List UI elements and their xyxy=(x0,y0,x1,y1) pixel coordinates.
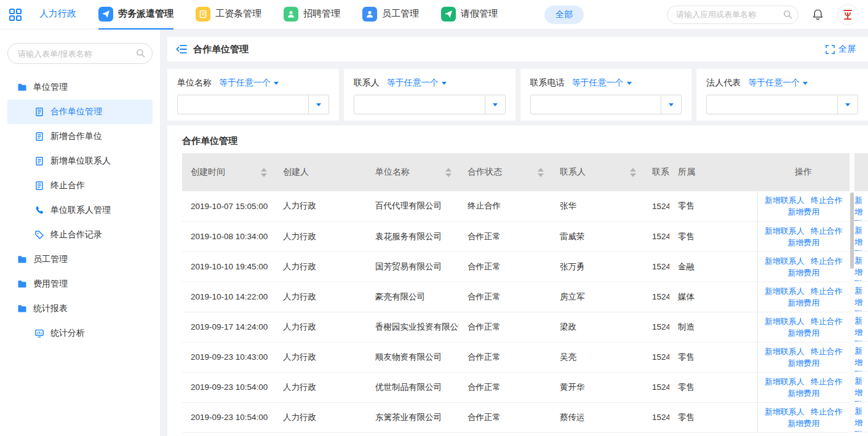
action-add-contact[interactable]: 新增联系人 xyxy=(765,376,805,387)
action-add-fee[interactable]: 新增费用 xyxy=(787,327,819,339)
sidebar: 单位管理 合作单位管理 xyxy=(0,30,160,436)
menu-fold-icon[interactable] xyxy=(176,44,187,54)
action-add-fee[interactable]: 新增费用 xyxy=(787,387,819,399)
cell-company: 袁花服务有限公司 xyxy=(367,221,459,252)
action-end-coop[interactable]: 终止合作 xyxy=(811,315,843,327)
nav-item[interactable]: 员工管理 xyxy=(362,0,419,30)
cell-created: 2019-09-23 10:54:00 xyxy=(182,372,274,402)
sidebar-menu-item[interactable]: 员工管理 xyxy=(7,247,153,272)
fullscreen-icon xyxy=(826,45,835,54)
select-value xyxy=(707,95,837,114)
action-add-fee[interactable]: 新增费用 xyxy=(787,237,819,248)
action-end-coop[interactable]: 终止合作 xyxy=(811,255,843,267)
action-end-coop[interactable]: 终止合作 xyxy=(811,376,843,387)
select-dropdown-button[interactable] xyxy=(308,95,328,114)
sidebar-menu-item[interactable]: 合作单位管理 xyxy=(7,100,153,124)
sidebar-menu-item-label: 统计分析 xyxy=(50,328,85,339)
sidebar-menu-item[interactable]: 费用管理 xyxy=(7,272,153,296)
clipped-actions-cell: 新增联系人 终止合作 新增费用 xyxy=(854,312,868,342)
action-end-coop[interactable]: 终止合作 xyxy=(811,406,843,418)
cell-contact: 张华 xyxy=(551,191,643,221)
sidebar-menu-item[interactable]: 新增合作单位 xyxy=(7,124,153,149)
column-header[interactable]: 单位名称 xyxy=(367,153,459,191)
cell-phone: 15245671044 xyxy=(643,342,669,372)
action-add-fee[interactable]: 新增费用 xyxy=(787,206,819,218)
action-end-coop[interactable]: 终止合作 xyxy=(811,194,843,206)
action-add-contact[interactable]: 新增联系人 xyxy=(765,255,805,267)
action-add-contact[interactable]: 新增联系人 xyxy=(765,406,805,418)
column-header[interactable]: 联系电话 xyxy=(643,153,669,191)
cell-company: 豪亮有限公司 xyxy=(367,282,459,312)
filter-operator-dropdown[interactable]: 等于任意一个 xyxy=(572,77,632,89)
cell-creator: 人力行政 xyxy=(274,342,367,372)
action-add-contact[interactable]: 新增联系人 xyxy=(765,315,805,327)
sidebar-menu-item[interactable]: 新增单位联系人 xyxy=(7,149,153,173)
filter-label: 联系电话 xyxy=(530,77,565,89)
action-add-contact[interactable]: 新增联系人 xyxy=(765,285,805,297)
column-header[interactable]: 创建人 xyxy=(274,153,367,191)
apps-grid-icon[interactable] xyxy=(9,8,22,22)
action-add-contact[interactable]: 新增联系人 xyxy=(765,225,805,237)
select-dropdown-button[interactable] xyxy=(485,95,505,114)
sort-icon[interactable] xyxy=(445,168,452,177)
sidebar-menu-item-label: 终止合作 xyxy=(50,180,85,191)
filter-operator-dropdown[interactable]: 等于任意一个 xyxy=(748,77,808,89)
sidebar-menu-item[interactable]: 统计报表 xyxy=(7,296,153,321)
folder-icon xyxy=(17,82,27,92)
sort-icon[interactable] xyxy=(261,168,267,177)
nav-item[interactable]: 请假管理 xyxy=(441,0,498,30)
action-add-fee[interactable]: 新增费用 xyxy=(787,267,819,279)
sidebar-search-input[interactable] xyxy=(7,43,153,64)
sidebar-menu-item[interactable]: 单位联系人管理 xyxy=(7,198,153,223)
notification-bell-icon[interactable] xyxy=(812,9,824,21)
column-header[interactable]: 合作状态 xyxy=(459,153,551,191)
column-header[interactable]: 所属 xyxy=(669,153,757,191)
action-add-contact[interactable]: 新增联系人 xyxy=(765,194,805,206)
nav-item[interactable]: 人力行政 xyxy=(39,0,76,30)
column-header[interactable]: 操作 xyxy=(757,153,850,191)
sort-icon[interactable] xyxy=(538,168,544,177)
cell-creator: 人力行政 xyxy=(274,282,367,312)
action-add-fee[interactable]: 新增费用 xyxy=(787,297,819,309)
avatar[interactable] xyxy=(837,4,858,25)
filter-select[interactable] xyxy=(706,95,858,114)
select-dropdown-button[interactable] xyxy=(837,95,858,114)
column-header[interactable]: 联系人 xyxy=(551,153,643,191)
topbar-right xyxy=(667,4,858,25)
fullscreen-button[interactable]: 全屏 xyxy=(826,44,856,55)
action-add-fee[interactable]: 新增费用 xyxy=(787,357,819,369)
nav-item[interactable]: 工资条管理 xyxy=(196,0,261,30)
action-end-coop[interactable]: 终止合作 xyxy=(811,225,843,237)
nav-item[interactable]: 招聘管理 xyxy=(284,0,340,30)
column-header[interactable]: 创建时间 xyxy=(182,153,274,191)
sidebar-menu-item[interactable]: 终止合作 xyxy=(7,173,153,198)
sidebar-menu-item[interactable]: 单位管理 xyxy=(7,75,153,100)
column-header-label: 联系人 xyxy=(560,167,586,178)
filter-operator-dropdown[interactable]: 等于任意一个 xyxy=(219,77,279,89)
nav-item-label: 工资条管理 xyxy=(215,8,261,20)
cell-status: 合作正常 xyxy=(459,402,551,432)
sidebar-menu-item[interactable]: 统计分析 xyxy=(7,321,153,346)
filter-select[interactable] xyxy=(354,95,506,114)
app-search-input[interactable] xyxy=(667,6,798,24)
filter-select[interactable] xyxy=(177,95,329,114)
action-end-coop[interactable]: 终止合作 xyxy=(811,346,843,357)
action-add-contact[interactable]: 新增联系人 xyxy=(765,346,805,357)
select-dropdown-button[interactable] xyxy=(661,95,681,114)
sidebar-menu-item[interactable]: 终止合作记录 xyxy=(7,223,153,247)
action-add-fee[interactable]: 新增费用 xyxy=(787,418,819,429)
main-content: 合作单位管理 全屏 单位名称 等于任意一个 xyxy=(160,30,868,436)
cell-created: 2019-09-23 10:54:00 xyxy=(182,402,274,432)
folder-icon xyxy=(17,255,27,264)
filter-select[interactable] xyxy=(530,95,682,114)
nav-item[interactable]: 全部 xyxy=(544,6,584,24)
filter-operator-dropdown[interactable]: 等于任意一个 xyxy=(387,77,447,89)
nav-item[interactable]: 劳务派遣管理 xyxy=(98,0,173,30)
cell-phone: 15245671042 xyxy=(643,402,669,432)
vertical-scrollbar-thumb[interactable] xyxy=(850,192,854,269)
cell-phone: 15245671047 xyxy=(643,252,669,282)
filter-card: 法人代表 等于任意一个 xyxy=(696,69,868,121)
sidebar-menu-item-label: 单位联系人管理 xyxy=(50,205,111,216)
action-end-coop[interactable]: 终止合作 xyxy=(811,285,843,297)
sort-icon[interactable] xyxy=(630,168,636,177)
